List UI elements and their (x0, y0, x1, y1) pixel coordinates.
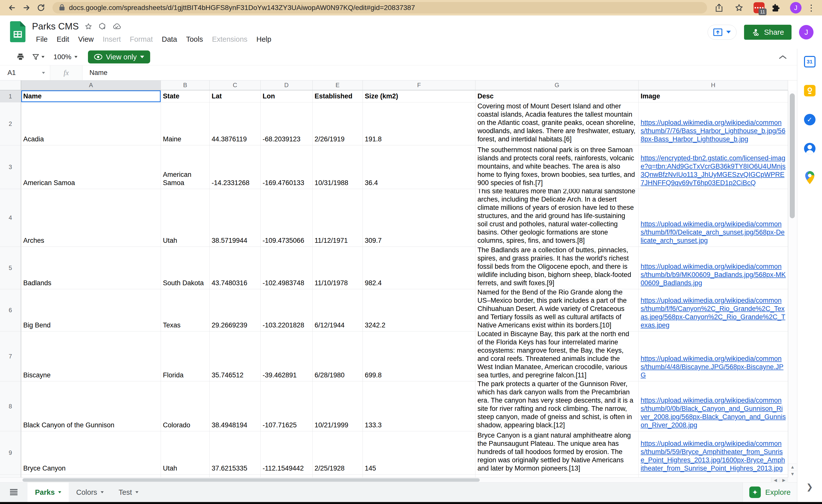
cell-lon-row4[interactable]: -109.4735066 (261, 189, 313, 247)
menu-data[interactable]: Data (158, 34, 181, 44)
cell-image-row5[interactable]: https://upload.wikimedia.org/wikipedia/c… (639, 247, 788, 289)
column-header-D[interactable]: D (261, 80, 313, 90)
cell-size-row4[interactable]: 309.7 (363, 189, 475, 247)
row-number[interactable]: 7 (0, 332, 21, 381)
cell-state-row7[interactable]: Florida (161, 332, 210, 381)
row-number[interactable] (0, 475, 21, 478)
header-cell-established[interactable]: Established (313, 90, 363, 102)
name-box[interactable]: A1 (0, 69, 50, 77)
cell-size-row9[interactable]: 145 (363, 431, 475, 475)
column-header-F[interactable]: F (363, 80, 475, 90)
cell-size-row3[interactable]: 36.4 (363, 145, 475, 189)
cell-image-row2[interactable]: https://upload.wikimedia.org/wikipedia/c… (639, 102, 788, 145)
cell-state-row8[interactable]: Colorado (161, 381, 210, 431)
cell-size-row8[interactable]: 133.3 (363, 381, 475, 431)
cell-image-row4[interactable]: https://upload.wikimedia.org/wikipedia/c… (639, 189, 788, 247)
cell-lon-row2[interactable]: -68.2039123 (261, 102, 313, 145)
cell-name-row2[interactable]: Acadia (21, 102, 161, 145)
cell-established-row5[interactable]: 11/10/1978 (313, 247, 363, 289)
present-button[interactable] (708, 25, 737, 40)
cell-image-row7[interactable]: https://upload.wikimedia.org/wikipedia/c… (639, 332, 788, 381)
share-page-icon[interactable] (714, 2, 725, 13)
cell-size-row6[interactable]: 3242.2 (363, 289, 475, 332)
horizontal-scrollbar-thumb[interactable] (22, 478, 480, 482)
browser-back-icon[interactable] (6, 2, 17, 13)
filter-icon[interactable] (29, 52, 47, 62)
cell-desc-row8[interactable]: The park protects a quarter of the Gunni… (475, 381, 639, 431)
cell-desc-row6[interactable]: Named for the Bend of the Rio Grande alo… (475, 289, 639, 332)
menu-insert[interactable]: Insert (99, 34, 125, 44)
cell-size-row2[interactable]: 191.8 (363, 102, 475, 145)
header-cell-state[interactable]: State (161, 90, 210, 102)
cell-state-row9[interactable]: Utah (161, 431, 210, 475)
row-number[interactable]: 1 (0, 90, 21, 102)
cell-image-row8[interactable]: https://upload.wikimedia.org/wikipedia/c… (639, 381, 788, 431)
cell-desc-row7[interactable]: Located in Biscayne Bay, this park at th… (475, 332, 639, 381)
cell-established-row7[interactable]: 6/28/1980 (313, 332, 363, 381)
row-number[interactable]: 5 (0, 247, 21, 289)
image-link[interactable]: https://encrypted-tbn2.gstatic.com/licen… (641, 154, 786, 187)
cell-state-row3[interactable]: American Samoa (161, 145, 210, 189)
cell-lat-row9[interactable]: 37.6215335 (210, 431, 261, 475)
column-header-E[interactable]: E (313, 80, 363, 90)
header-cell-desc[interactable]: Desc (475, 90, 639, 102)
header-cell-lon[interactable]: Lon (261, 90, 313, 102)
sheet-tab-test[interactable]: Test (111, 483, 146, 502)
browser-avatar[interactable]: J (790, 2, 802, 13)
row-number[interactable]: 4 (0, 189, 21, 247)
keep-icon[interactable] (804, 85, 816, 97)
move-to-drive-icon[interactable] (98, 22, 106, 30)
cell-state-row4[interactable]: Utah (161, 189, 210, 247)
all-sheets-icon[interactable] (0, 483, 27, 502)
star-icon[interactable] (85, 23, 92, 30)
cell-image-row6[interactable]: https://upload.wikimedia.org/wikipedia/c… (639, 289, 788, 332)
cell-desc-row3[interactable]: The southernmost national park is on thr… (475, 145, 639, 189)
column-header-A[interactable]: A (21, 80, 161, 90)
cell-name-row8[interactable]: Black Canyon of the Gunnison (21, 381, 161, 431)
cell-state-row2[interactable]: Maine (161, 102, 210, 145)
column-header-G[interactable]: G (475, 80, 639, 90)
header-cell-name[interactable]: Name (21, 90, 161, 102)
row-number[interactable]: 3 (0, 145, 21, 189)
cell-lon-row8[interactable]: -107.71625 (261, 381, 313, 431)
scroll-right-icon[interactable]: ▶ (780, 478, 788, 483)
image-link[interactable]: https://upload.wikimedia.org/wikipedia/c… (641, 119, 786, 143)
menu-file[interactable]: File (32, 34, 52, 44)
cell-established-row9[interactable]: 2/25/1928 (313, 431, 363, 475)
cell-established-row8[interactable]: 10/21/1999 (313, 381, 363, 431)
row-number[interactable]: 2 (0, 102, 21, 145)
vertical-scrollbar-thumb[interactable] (790, 93, 795, 218)
select-all-corner[interactable] (0, 80, 21, 90)
cell-name-row5[interactable]: Badlands (21, 247, 161, 289)
menu-format[interactable]: Format (126, 34, 157, 44)
cell-state-row5[interactable]: South Dakota (161, 247, 210, 289)
cell-name-row9[interactable]: Bryce Canyon (21, 431, 161, 475)
row-number[interactable]: 9 (0, 431, 21, 475)
column-header-B[interactable]: B (161, 80, 210, 90)
cell-image-row9[interactable]: https://upload.wikimedia.org/wikipedia/c… (639, 431, 788, 475)
image-link[interactable]: https://upload.wikimedia.org/wikipedia/c… (641, 355, 786, 379)
menu-help[interactable]: Help (252, 34, 275, 44)
cell-lat-row6[interactable]: 29.2669239 (210, 289, 261, 332)
vertical-scrollbar[interactable]: ▲ ▼ (788, 90, 797, 478)
print-icon[interactable] (14, 51, 27, 62)
cell-lon-row9[interactable]: -112.1549442 (261, 431, 313, 475)
cell-name-row3[interactable]: American Samoa (21, 145, 161, 189)
cell-image-row3[interactable]: https://encrypted-tbn2.gstatic.com/licen… (639, 145, 788, 189)
cell-lat-row7[interactable]: 35.746512 (210, 332, 261, 381)
extension-icon[interactable]: 11 (754, 2, 765, 13)
explore-button[interactable]: ✦ Explore (743, 483, 797, 502)
bookmark-star-icon[interactable] (734, 2, 745, 13)
menu-extensions[interactable]: Extensions (208, 34, 251, 44)
header-cell-image[interactable]: Image (639, 90, 788, 102)
account-avatar[interactable]: J (799, 25, 814, 39)
scroll-left-icon[interactable]: ◀ (771, 478, 780, 483)
menu-edit[interactable]: Edit (53, 34, 73, 44)
sheet-tab-colors[interactable]: Colors (69, 483, 111, 502)
view-only-button[interactable]: View only (88, 50, 150, 63)
image-link[interactable]: https://upload.wikimedia.org/wikipedia/c… (641, 396, 786, 429)
sheets-logo-icon[interactable] (10, 21, 25, 43)
column-header-H[interactable]: H (639, 80, 788, 90)
cell-lat-row4[interactable]: 38.5719944 (210, 189, 261, 247)
cell-state-row6[interactable]: Texas (161, 289, 210, 332)
